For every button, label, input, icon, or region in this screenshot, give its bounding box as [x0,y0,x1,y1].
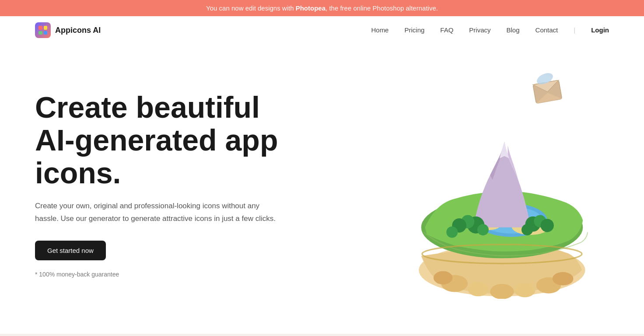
nav-privacy[interactable]: Privacy [469,26,490,34]
logo-cell-1 [38,26,42,30]
banner-text: You can now edit designs with [206,4,296,12]
nav-separator: | [574,26,575,34]
cta-button[interactable]: Get started now [35,241,106,260]
nav-contact[interactable]: Contact [536,26,558,34]
island-illustration [390,70,609,299]
svg-point-25 [540,219,553,232]
hero-text: Create beautiful AI-generated app icons.… [35,91,341,278]
svg-point-8 [490,284,514,299]
svg-point-12 [553,272,574,285]
svg-point-9 [514,283,536,298]
navbar: Appicons AI Home Pricing FAQ Privacy Blo… [0,16,644,44]
money-back-text: * 100% money-back guarantee [35,271,341,278]
svg-point-22 [477,224,489,235]
hero-section: Create beautiful AI-generated app icons.… [0,44,644,334]
logo-cell-3 [38,31,42,35]
logo-cell-4 [44,31,48,35]
nav-faq[interactable]: FAQ [440,26,453,34]
nav-login[interactable]: Login [591,26,609,34]
top-banner: You can now edit designs with Photopea, … [0,0,644,16]
hero-title-line1: Create beautiful [35,91,260,124]
logo-cell-2 [44,26,48,30]
svg-point-23 [522,224,533,235]
hero-title-line2: AI-generated app icons. [35,123,278,189]
nav-pricing[interactable]: Pricing [404,26,424,34]
hero-title: Create beautiful AI-generated app icons. [35,91,341,189]
banner-suffix: , the free online Photoshop alternative. [326,4,438,12]
logo-grid [38,26,47,35]
logo[interactable]: Appicons AI [35,22,101,38]
logo-text: Appicons AI [55,26,101,35]
bottom-section [0,334,644,336]
svg-point-7 [468,282,489,297]
nav-blog[interactable]: Blog [507,26,520,34]
nav-home[interactable]: Home [371,26,388,34]
svg-point-26 [446,227,458,238]
svg-point-11 [434,271,452,284]
logo-icon [35,22,51,38]
hero-subtitle: Create your own, original and profession… [35,200,280,225]
hero-image [390,70,609,299]
nav-links: Home Pricing FAQ Privacy Blog Contact | … [371,26,609,34]
banner-photopea-link[interactable]: Photopea [296,4,326,12]
